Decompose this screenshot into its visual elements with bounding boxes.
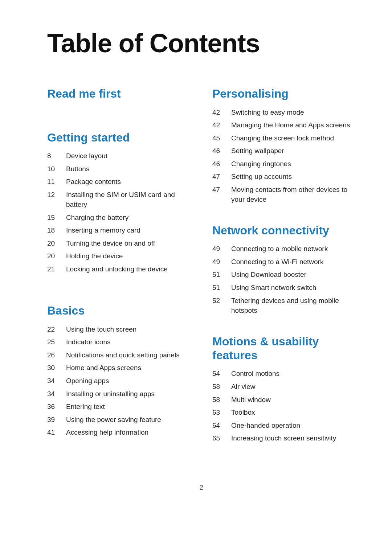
page-number: 8 <box>47 151 66 161</box>
page-number: 42 <box>212 120 231 130</box>
item-label: Home and Apps screens <box>66 363 141 373</box>
item-label: Using Download booster <box>231 270 306 280</box>
item-label: Using Smart network switch <box>231 283 316 293</box>
item-label: Holding the device <box>66 251 123 261</box>
item-label: Charging the battery <box>66 213 128 223</box>
item-label: Turning the device on and off <box>66 238 155 249</box>
list-item: 20 Turning the device on and off <box>47 238 191 249</box>
page-number: 54 <box>212 369 231 379</box>
item-label: Connecting to a mobile network <box>231 244 328 254</box>
section-personalising: Personalising 42 Switching to easy mode … <box>212 87 356 205</box>
section-read-me-first: Read me first <box>47 87 191 100</box>
list-item: 49 Connecting to a Wi-Fi network <box>212 257 356 267</box>
list-item: 25 Indicator icons <box>47 337 191 347</box>
page-number: 64 <box>212 420 231 431</box>
page-number: 52 <box>212 296 231 306</box>
page-number: 10 <box>47 164 66 174</box>
motions-list: 54 Control motions 58 Air view 58 Multi … <box>212 369 356 443</box>
list-item: 36 Entering text <box>47 402 191 412</box>
list-item: 22 Using the touch screen <box>47 324 191 335</box>
page-number: 46 <box>212 146 231 156</box>
list-item: 30 Home and Apps screens <box>47 363 191 373</box>
section-title-personalising: Personalising <box>212 87 356 100</box>
page-number: 20 <box>47 251 66 261</box>
list-item: 45 Changing the screen lock method <box>212 133 356 143</box>
list-item: 63 Toolbox <box>212 407 356 418</box>
section-title-basics: Basics <box>47 304 191 317</box>
page-number: 39 <box>47 415 66 425</box>
page-number: 18 <box>47 225 66 235</box>
page-number: 21 <box>47 264 66 274</box>
list-item: 49 Connecting to a mobile network <box>212 244 356 254</box>
page-number: 63 <box>212 407 231 418</box>
page-number: 34 <box>47 389 66 399</box>
item-label: Setting wallpaper <box>231 146 284 156</box>
page-number: 12 <box>47 190 66 200</box>
page-number: 25 <box>47 337 66 347</box>
item-label: Setting up accounts <box>231 172 292 182</box>
personalising-list: 42 Switching to easy mode 42 Managing th… <box>212 107 356 205</box>
section-network-connectivity: Network connectivity 49 Connecting to a … <box>212 223 356 316</box>
item-label: Changing the screen lock method <box>231 133 334 143</box>
list-item: 39 Using the power saving feature <box>47 415 191 425</box>
list-item: 11 Package contents <box>47 177 191 187</box>
item-label: Air view <box>231 382 256 392</box>
item-label: One-handed operation <box>231 420 300 431</box>
list-item: 12 Installing the SIM or USIM card and b… <box>47 190 191 210</box>
item-label: Installing the SIM or USIM card and batt… <box>66 190 191 210</box>
section-basics: Basics 22 Using the touch screen 25 Indi… <box>47 304 191 437</box>
basics-list: 22 Using the touch screen 25 Indicator i… <box>47 324 191 438</box>
list-item: 64 One-handed operation <box>212 420 356 431</box>
list-item: 58 Air view <box>212 382 356 392</box>
item-label: Using the power saving feature <box>66 415 161 425</box>
item-label: Package contents <box>66 177 121 187</box>
list-item: 47 Setting up accounts <box>212 172 356 182</box>
list-item: 34 Installing or uninstalling apps <box>47 389 191 399</box>
item-label: Managing the Home and Apps screens <box>231 120 350 130</box>
page-number: 46 <box>212 159 231 169</box>
item-label: Inserting a memory card <box>66 225 140 235</box>
list-item: 51 Using Download booster <box>212 270 356 280</box>
item-label: Tethering devices and using mobile hotsp… <box>231 296 356 316</box>
page-number: 47 <box>212 172 231 182</box>
item-label: Accessing help information <box>66 427 148 438</box>
item-label: Moving contacts from other devices to yo… <box>231 185 356 205</box>
network-list: 49 Connecting to a mobile network 49 Con… <box>212 244 356 315</box>
page-number: 51 <box>212 270 231 280</box>
page-number: 58 <box>212 395 231 405</box>
item-label: Using the touch screen <box>66 324 136 335</box>
item-label: Device layout <box>66 151 107 161</box>
list-item: 51 Using Smart network switch <box>212 283 356 293</box>
list-item: 58 Multi window <box>212 395 356 405</box>
section-title-read-me-first: Read me first <box>47 87 191 100</box>
page-number: 20 <box>47 238 66 249</box>
getting-started-list: 8 Device layout 10 Buttons 11 Package co… <box>47 151 191 274</box>
list-item: 15 Charging the battery <box>47 213 191 223</box>
page-number: 49 <box>212 257 231 267</box>
item-label: Entering text <box>66 402 105 412</box>
list-item: 42 Switching to easy mode <box>212 107 356 118</box>
list-item: 65 Increasing touch screen sensitivity <box>212 433 356 443</box>
page-footer: 2 <box>47 484 356 492</box>
list-item: 8 Device layout <box>47 151 191 161</box>
list-item: 20 Holding the device <box>47 251 191 261</box>
page-number: 36 <box>47 402 66 412</box>
list-item: 26 Notifications and quick setting panel… <box>47 350 191 360</box>
item-label: Buttons <box>66 164 89 174</box>
page-number: 11 <box>47 177 66 187</box>
item-label: Notifications and quick setting panels <box>66 350 180 360</box>
item-label: Opening apps <box>66 376 109 386</box>
item-label: Locking and unlocking the device <box>66 264 168 274</box>
list-item: 41 Accessing help information <box>47 427 191 438</box>
page-number: 30 <box>47 363 66 373</box>
list-item: 10 Buttons <box>47 164 191 174</box>
list-item: 42 Managing the Home and Apps screens <box>212 120 356 130</box>
section-title-getting-started: Getting started <box>47 131 191 144</box>
item-label: Connecting to a Wi-Fi network <box>231 257 324 267</box>
section-motions-usability: Motions & usability features 54 Control … <box>212 335 356 443</box>
page-number: 15 <box>47 213 66 223</box>
item-label: Toolbox <box>231 407 255 418</box>
page-number: 51 <box>212 283 231 293</box>
item-label: Control motions <box>231 369 279 379</box>
section-title-motions-usability: Motions & usability features <box>212 335 356 362</box>
